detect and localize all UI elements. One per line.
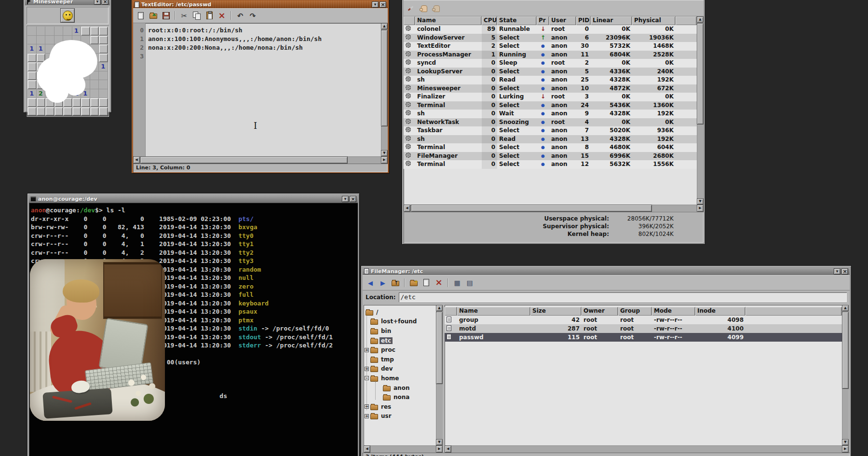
column-header[interactable]: [404, 16, 415, 25]
horizontal-scrollbar[interactable]: [445, 445, 849, 453]
mine-cell[interactable]: [45, 27, 54, 36]
column-header[interactable]: Group: [618, 307, 652, 316]
scroll-left-button[interactable]: [364, 445, 370, 453]
mine-cell[interactable]: [45, 107, 54, 116]
scrollbar-thumb[interactable]: [436, 312, 443, 384]
mine-cell[interactable]: [37, 27, 46, 36]
process-row[interactable]: Terminal0Select●anon125632K1556K: [404, 160, 697, 169]
scroll-left-button[interactable]: [404, 205, 410, 212]
tree-item-etc[interactable]: etc: [364, 336, 436, 345]
minesweeper-titlebar[interactable]: Minesweeper: [25, 0, 110, 5]
column-header[interactable]: Size: [530, 307, 582, 316]
go-up-button[interactable]: [390, 277, 401, 289]
scrollbar-track[interactable]: [410, 205, 697, 212]
kill-process-button[interactable]: [406, 2, 417, 14]
expand-icon[interactable]: +: [365, 414, 369, 418]
process-row[interactable]: sh0Read●anon134328K192K: [404, 135, 697, 144]
mine-cell[interactable]: [63, 27, 72, 36]
vertical-scrollbar[interactable]: [697, 16, 704, 205]
mine-cell[interactable]: [63, 107, 72, 116]
paste-button[interactable]: [203, 10, 215, 21]
smiley-reset-button[interactable]: [60, 8, 75, 23]
close-button[interactable]: [841, 268, 848, 275]
tree-item-proc[interactable]: +proc: [364, 345, 436, 355]
minimize-button[interactable]: [342, 196, 349, 202]
scroll-left-button[interactable]: [445, 445, 451, 453]
scroll-right-button[interactable]: [381, 156, 388, 164]
scrollbar-thumb[interactable]: [140, 156, 348, 164]
undo-button[interactable]: [234, 10, 246, 21]
process-row[interactable]: LookupServer0Select●anon54336K240K: [404, 68, 697, 76]
scroll-right-button[interactable]: [842, 445, 849, 453]
tree-item-home[interactable]: -home: [364, 373, 436, 383]
delete-button[interactable]: [216, 10, 228, 21]
column-header[interactable]: State: [497, 16, 537, 25]
process-row[interactable]: WindowServer5Select↑anon623096K19036K: [404, 34, 697, 42]
scroll-down-button[interactable]: [436, 439, 443, 445]
close-button[interactable]: [350, 196, 356, 202]
tree-item-bin[interactable]: bin: [364, 326, 436, 336]
texteditor-titlebar[interactable]: TextEditor: /etc/passwd: [133, 0, 388, 8]
process-row[interactable]: Terminal0Select●anon84680K604K: [404, 143, 697, 152]
column-header[interactable]: PID: [576, 16, 591, 25]
file-row[interactable]: passwd115rootroot-rw-r--r--4099: [445, 333, 842, 342]
cut-button[interactable]: [178, 10, 190, 21]
scrollbar-thumb[interactable]: [411, 205, 652, 212]
new-file-button[interactable]: [135, 10, 147, 21]
mine-cell[interactable]: [99, 27, 108, 36]
column-header[interactable]: Pr: [537, 16, 549, 25]
column-header[interactable]: [445, 307, 457, 316]
tree-item-nona[interactable]: nona: [364, 392, 436, 402]
mine-cell[interactable]: [90, 107, 99, 116]
scroll-right-button[interactable]: [436, 445, 443, 453]
expand-icon[interactable]: +: [365, 367, 369, 371]
location-input[interactable]: /etc: [399, 292, 847, 302]
process-row[interactable]: FileManager0Select●anon156996K2680K: [404, 152, 697, 161]
scroll-down-button[interactable]: [381, 150, 388, 156]
scrollbar-thumb[interactable]: [697, 23, 704, 124]
scrollbar-track[interactable]: [842, 311, 849, 439]
tree-item-[interactable]: /: [364, 307, 436, 317]
horizontal-scrollbar[interactable]: [364, 445, 443, 453]
tree-item-tmp[interactable]: tmp: [364, 355, 436, 364]
process-row[interactable]: sh0Wait●anon94328K192K: [404, 110, 697, 118]
scrollbar-thumb[interactable]: [381, 30, 388, 126]
process-row[interactable]: Finalizer0Lurking↓root30K0K: [404, 93, 697, 101]
tree-item-usr[interactable]: +usr: [364, 412, 436, 421]
mine-cell[interactable]: [81, 107, 90, 116]
terminal-titlebar[interactable]: anon@courage:/dev: [29, 195, 358, 203]
column-header[interactable]: Name: [457, 307, 530, 316]
column-header[interactable]: Mode: [652, 307, 695, 316]
column-header[interactable]: CPU: [482, 16, 497, 25]
tree-item-lostfound[interactable]: lost+found: [364, 317, 436, 327]
view-table-button[interactable]: [451, 277, 463, 289]
mine-cell[interactable]: [27, 107, 37, 116]
scrollbar-track[interactable]: [370, 445, 436, 453]
mine-cell[interactable]: [54, 27, 64, 36]
back-button[interactable]: [365, 277, 376, 289]
column-header[interactable]: Linear: [591, 16, 632, 25]
vertical-scrollbar[interactable]: [381, 23, 388, 156]
file-manager-titlebar[interactable]: FileManager: /etc: [363, 267, 850, 275]
process-row[interactable]: TextEditor2Select●anon305732K1468K: [404, 42, 697, 51]
resume-process-button[interactable]: [431, 2, 442, 14]
vertical-scrollbar[interactable]: [436, 305, 443, 445]
mine-cell[interactable]: [37, 107, 46, 116]
scroll-down-button[interactable]: [697, 198, 704, 205]
tree-item-res[interactable]: +res: [364, 402, 436, 412]
minimize-button[interactable]: [834, 268, 841, 275]
process-row[interactable]: ProcessManager1Running●anon116804K2528K: [404, 51, 697, 59]
copy-file-button[interactable]: [420, 277, 432, 289]
process-row[interactable]: Taskbar0Select●anon75020K936K: [404, 126, 697, 135]
process-row[interactable]: syncd0Sleep●root20K0K: [404, 59, 697, 68]
close-button[interactable]: [102, 0, 108, 5]
redo-button[interactable]: [247, 10, 258, 21]
tree-item-anon[interactable]: anon: [364, 383, 436, 393]
minimize-button[interactable]: [372, 1, 379, 8]
process-row[interactable]: colonel89Runnable↓root00K0K: [404, 25, 697, 34]
view-list-button[interactable]: [464, 277, 475, 289]
column-header[interactable]: Owner: [582, 307, 618, 316]
save-button[interactable]: [160, 10, 172, 21]
expand-icon[interactable]: +: [365, 404, 369, 409]
scrollbar-track[interactable]: [140, 156, 381, 164]
